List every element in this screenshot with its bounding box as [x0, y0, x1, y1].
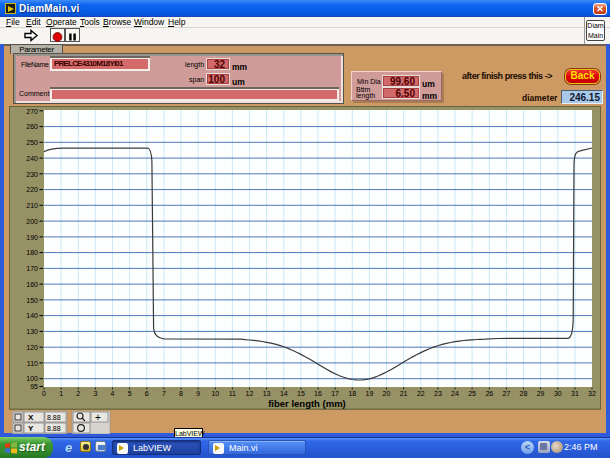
svg-text:Y: Y [28, 424, 34, 433]
svg-text:28: 28 [520, 390, 528, 397]
svg-text:18: 18 [348, 390, 356, 397]
svg-text:140: 140 [26, 312, 38, 319]
svg-text:210: 210 [26, 202, 38, 209]
svg-text:14: 14 [280, 390, 288, 397]
svg-text:9: 9 [196, 390, 200, 397]
svg-text:8.88: 8.88 [47, 414, 61, 421]
svg-text:19: 19 [366, 390, 374, 397]
svg-text:23: 23 [434, 390, 442, 397]
svg-text:29: 29 [537, 390, 545, 397]
svg-text:100: 100 [26, 375, 38, 382]
svg-text:27: 27 [503, 390, 511, 397]
svg-text:270: 270 [26, 108, 38, 115]
svg-text:0: 0 [42, 390, 46, 397]
svg-text:11: 11 [229, 390, 236, 397]
svg-text:17: 17 [331, 390, 339, 397]
svg-text:190: 190 [26, 234, 38, 241]
svg-text:95: 95 [30, 383, 38, 390]
svg-text:120: 120 [26, 344, 38, 351]
svg-text:10: 10 [211, 390, 219, 397]
svg-text:1: 1 [59, 390, 63, 397]
svg-text:170: 170 [26, 265, 38, 272]
svg-text:150: 150 [26, 297, 38, 304]
svg-text:4: 4 [111, 390, 115, 397]
svg-text:12: 12 [246, 390, 254, 397]
svg-text:26: 26 [485, 390, 493, 397]
svg-text:15: 15 [297, 390, 305, 397]
svg-text:X: X [28, 413, 34, 422]
svg-text:260: 260 [26, 123, 38, 130]
svg-text:22: 22 [417, 390, 425, 397]
svg-text:200: 200 [26, 218, 38, 225]
svg-text:2: 2 [76, 390, 80, 397]
svg-text:130: 130 [26, 328, 38, 335]
svg-text:8: 8 [179, 390, 183, 397]
svg-text:31: 31 [571, 390, 579, 397]
svg-text:+: + [95, 412, 101, 423]
svg-text:240: 240 [26, 155, 38, 162]
svg-text:3: 3 [93, 390, 97, 397]
svg-text:5: 5 [128, 390, 132, 397]
svg-text:24: 24 [451, 390, 459, 397]
svg-text:110: 110 [27, 360, 38, 367]
svg-text:250: 250 [26, 139, 38, 146]
svg-text:25: 25 [468, 390, 476, 397]
svg-text:30: 30 [554, 390, 562, 397]
svg-text:20: 20 [383, 390, 391, 397]
svg-text:16: 16 [314, 390, 322, 397]
svg-text:21: 21 [400, 390, 408, 397]
svg-text:220: 220 [26, 186, 38, 193]
svg-text:fiber length (mm): fiber length (mm) [268, 398, 346, 409]
svg-text:13: 13 [263, 390, 271, 397]
svg-text:32: 32 [588, 390, 596, 397]
svg-text:8.88: 8.88 [47, 425, 61, 432]
svg-text:160: 160 [26, 281, 38, 288]
svg-text:230: 230 [26, 171, 38, 178]
svg-text:6: 6 [145, 390, 149, 397]
svg-text:7: 7 [162, 390, 166, 397]
svg-text:180: 180 [26, 249, 38, 256]
